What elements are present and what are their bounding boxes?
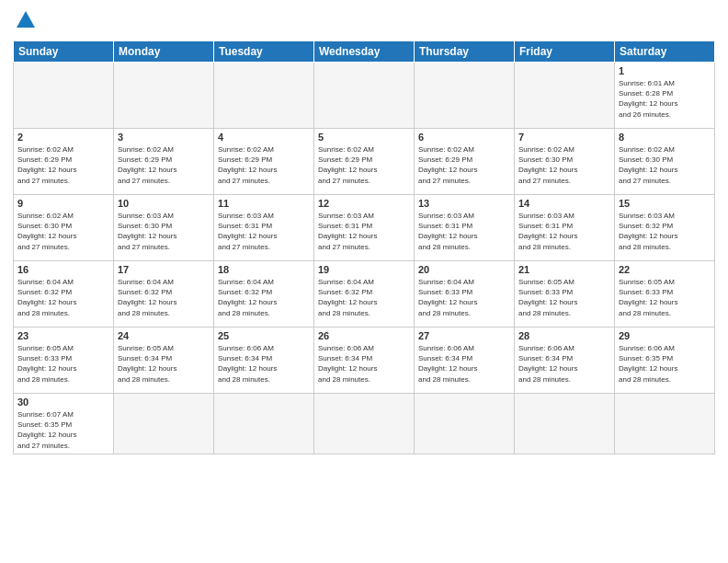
day-info: Sunrise: 6:05 AM Sunset: 6:34 PM Dayligh… <box>118 343 210 385</box>
day-number: 5 <box>318 132 410 143</box>
day-number: 6 <box>418 132 510 143</box>
col-header-saturday: Saturday <box>615 41 715 63</box>
calendar-cell: 9Sunrise: 6:02 AM Sunset: 6:30 PM Daylig… <box>14 195 114 261</box>
calendar-cell: 17Sunrise: 6:04 AM Sunset: 6:32 PM Dayli… <box>114 261 214 327</box>
day-number: 12 <box>318 198 410 209</box>
day-info: Sunrise: 6:04 AM Sunset: 6:33 PM Dayligh… <box>418 277 510 318</box>
calendar-cell: 1Sunrise: 6:01 AM Sunset: 6:28 PM Daylig… <box>615 63 715 129</box>
day-number: 14 <box>518 198 610 209</box>
day-info: Sunrise: 6:05 AM Sunset: 6:33 PM Dayligh… <box>17 343 109 385</box>
calendar-cell: 27Sunrise: 6:06 AM Sunset: 6:34 PM Dayli… <box>415 327 515 394</box>
day-number: 7 <box>518 132 610 143</box>
day-number: 28 <box>518 330 610 341</box>
calendar-cell <box>114 63 214 129</box>
day-number: 24 <box>118 330 210 341</box>
calendar-header-row: SundayMondayTuesdayWednesdayThursdayFrid… <box>14 41 715 63</box>
header <box>13 9 715 35</box>
calendar-cell: 22Sunrise: 6:05 AM Sunset: 6:33 PM Dayli… <box>615 261 715 327</box>
day-number: 10 <box>118 198 210 209</box>
day-info: Sunrise: 6:03 AM Sunset: 6:30 PM Dayligh… <box>118 211 210 252</box>
day-number: 30 <box>17 396 109 408</box>
svg-marker-0 <box>17 11 35 28</box>
calendar-cell <box>615 394 715 454</box>
calendar-cell: 15Sunrise: 6:03 AM Sunset: 6:32 PM Dayli… <box>615 195 715 261</box>
calendar-cell <box>214 394 314 454</box>
day-info: Sunrise: 6:03 AM Sunset: 6:31 PM Dayligh… <box>418 211 510 252</box>
calendar-cell <box>415 394 515 454</box>
day-info: Sunrise: 6:01 AM Sunset: 6:28 PM Dayligh… <box>619 78 711 120</box>
calendar-cell: 25Sunrise: 6:06 AM Sunset: 6:34 PM Dayli… <box>214 327 314 394</box>
day-info: Sunrise: 6:02 AM Sunset: 6:29 PM Dayligh… <box>218 144 310 186</box>
calendar-cell <box>515 394 615 454</box>
calendar-cell: 30Sunrise: 6:07 AM Sunset: 6:35 PM Dayli… <box>14 394 114 454</box>
calendar-cell: 2Sunrise: 6:02 AM Sunset: 6:29 PM Daylig… <box>14 129 114 195</box>
calendar-cell: 4Sunrise: 6:02 AM Sunset: 6:29 PM Daylig… <box>214 129 314 195</box>
day-info: Sunrise: 6:07 AM Sunset: 6:35 PM Dayligh… <box>17 409 109 451</box>
day-number: 25 <box>218 330 310 341</box>
day-number: 20 <box>418 264 510 275</box>
calendar-week-row: 1Sunrise: 6:01 AM Sunset: 6:28 PM Daylig… <box>14 63 715 129</box>
calendar-cell: 8Sunrise: 6:02 AM Sunset: 6:30 PM Daylig… <box>615 129 715 195</box>
calendar-week-row: 9Sunrise: 6:02 AM Sunset: 6:30 PM Daylig… <box>14 195 715 261</box>
day-info: Sunrise: 6:04 AM Sunset: 6:32 PM Dayligh… <box>318 277 410 318</box>
day-number: 4 <box>218 132 310 143</box>
col-header-thursday: Thursday <box>415 41 515 63</box>
day-info: Sunrise: 6:03 AM Sunset: 6:31 PM Dayligh… <box>518 211 610 252</box>
col-header-sunday: Sunday <box>14 41 114 63</box>
day-number: 11 <box>218 198 310 209</box>
day-info: Sunrise: 6:02 AM Sunset: 6:30 PM Dayligh… <box>619 144 711 186</box>
day-info: Sunrise: 6:04 AM Sunset: 6:32 PM Dayligh… <box>218 277 310 318</box>
calendar-cell: 13Sunrise: 6:03 AM Sunset: 6:31 PM Dayli… <box>415 195 515 261</box>
calendar-cell: 12Sunrise: 6:03 AM Sunset: 6:31 PM Dayli… <box>314 195 415 261</box>
calendar-page: SundayMondayTuesdayWednesdayThursdayFrid… <box>0 0 728 563</box>
day-number: 29 <box>619 330 711 341</box>
calendar-cell <box>515 63 615 129</box>
calendar-cell: 5Sunrise: 6:02 AM Sunset: 6:29 PM Daylig… <box>314 129 415 195</box>
calendar-cell <box>314 63 415 129</box>
calendar-cell: 6Sunrise: 6:02 AM Sunset: 6:29 PM Daylig… <box>415 129 515 195</box>
day-number: 18 <box>218 264 310 275</box>
day-info: Sunrise: 6:05 AM Sunset: 6:33 PM Dayligh… <box>619 277 711 318</box>
day-info: Sunrise: 6:04 AM Sunset: 6:32 PM Dayligh… <box>118 277 210 318</box>
col-header-wednesday: Wednesday <box>314 41 415 63</box>
calendar-cell <box>314 394 415 454</box>
day-info: Sunrise: 6:03 AM Sunset: 6:32 PM Dayligh… <box>619 211 711 252</box>
day-number: 22 <box>619 264 711 275</box>
day-info: Sunrise: 6:02 AM Sunset: 6:30 PM Dayligh… <box>518 144 610 186</box>
day-info: Sunrise: 6:02 AM Sunset: 6:29 PM Dayligh… <box>318 144 410 186</box>
calendar-week-row: 30Sunrise: 6:07 AM Sunset: 6:35 PM Dayli… <box>14 394 715 454</box>
calendar-cell <box>415 63 515 129</box>
day-info: Sunrise: 6:05 AM Sunset: 6:33 PM Dayligh… <box>518 277 610 318</box>
day-info: Sunrise: 6:06 AM Sunset: 6:34 PM Dayligh… <box>318 343 410 385</box>
day-number: 9 <box>17 198 109 209</box>
day-number: 21 <box>518 264 610 275</box>
calendar-cell: 11Sunrise: 6:03 AM Sunset: 6:31 PM Dayli… <box>214 195 314 261</box>
day-number: 8 <box>619 132 711 143</box>
day-info: Sunrise: 6:06 AM Sunset: 6:34 PM Dayligh… <box>518 343 610 385</box>
day-number: 1 <box>619 65 711 76</box>
day-info: Sunrise: 6:03 AM Sunset: 6:31 PM Dayligh… <box>318 211 410 252</box>
day-number: 19 <box>318 264 410 275</box>
calendar-cell: 28Sunrise: 6:06 AM Sunset: 6:34 PM Dayli… <box>515 327 615 394</box>
calendar-week-row: 23Sunrise: 6:05 AM Sunset: 6:33 PM Dayli… <box>14 327 715 394</box>
day-info: Sunrise: 6:06 AM Sunset: 6:34 PM Dayligh… <box>418 343 510 385</box>
calendar-week-row: 2Sunrise: 6:02 AM Sunset: 6:29 PM Daylig… <box>14 129 715 195</box>
calendar-cell: 10Sunrise: 6:03 AM Sunset: 6:30 PM Dayli… <box>114 195 214 261</box>
day-info: Sunrise: 6:06 AM Sunset: 6:35 PM Dayligh… <box>619 343 711 385</box>
calendar-cell: 20Sunrise: 6:04 AM Sunset: 6:33 PM Dayli… <box>415 261 515 327</box>
col-header-monday: Monday <box>114 41 214 63</box>
day-number: 27 <box>418 330 510 341</box>
calendar-cell: 26Sunrise: 6:06 AM Sunset: 6:34 PM Dayli… <box>314 327 415 394</box>
calendar-cell: 7Sunrise: 6:02 AM Sunset: 6:30 PM Daylig… <box>515 129 615 195</box>
logo <box>13 9 36 35</box>
day-info: Sunrise: 6:02 AM Sunset: 6:29 PM Dayligh… <box>118 144 210 186</box>
calendar-cell <box>14 63 114 129</box>
calendar-table: SundayMondayTuesdayWednesdayThursdayFrid… <box>13 40 715 454</box>
day-number: 2 <box>17 132 109 143</box>
calendar-cell: 14Sunrise: 6:03 AM Sunset: 6:31 PM Dayli… <box>515 195 615 261</box>
day-info: Sunrise: 6:04 AM Sunset: 6:32 PM Dayligh… <box>17 277 109 318</box>
day-number: 17 <box>118 264 210 275</box>
day-number: 15 <box>619 198 711 209</box>
calendar-cell <box>114 394 214 454</box>
calendar-cell: 21Sunrise: 6:05 AM Sunset: 6:33 PM Dayli… <box>515 261 615 327</box>
